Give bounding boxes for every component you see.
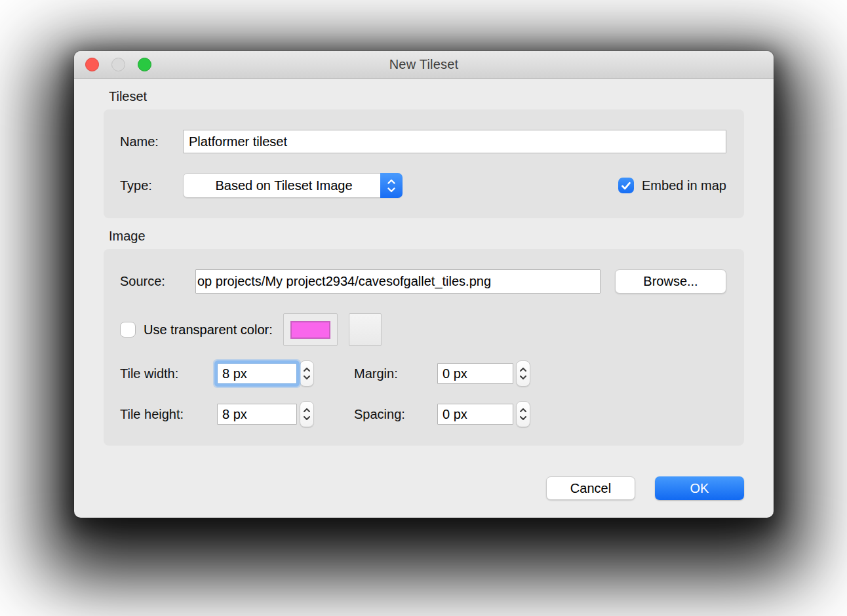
margin-label: Margin: <box>354 366 437 381</box>
margin-input[interactable] <box>437 363 513 384</box>
type-select[interactable]: Based on Tileset Image <box>183 173 403 198</box>
chevron-down-icon <box>519 375 527 380</box>
desktop-background: New Tileset Tileset Name: Type: Based on… <box>0 0 847 616</box>
titlebar[interactable]: New Tileset <box>74 51 774 79</box>
chevron-down-icon <box>303 415 311 421</box>
use-transparent-color-label: Use transparent color: <box>144 322 273 337</box>
spacing-stepper[interactable] <box>516 401 530 427</box>
margin-stepper[interactable] <box>516 360 530 387</box>
chevron-up-icon <box>303 408 311 413</box>
tile-height-row: Tile height: Spacing: <box>120 401 726 427</box>
source-row: Source: Browse... <box>120 269 726 294</box>
window-title: New Tileset <box>389 57 459 72</box>
close-button[interactable] <box>85 58 99 71</box>
chevron-up-icon <box>303 367 311 372</box>
minimize-button <box>111 58 125 71</box>
tile-height-label: Tile height: <box>120 407 217 422</box>
traffic-lights <box>85 51 151 78</box>
cancel-button[interactable]: Cancel <box>546 476 635 500</box>
type-label: Type: <box>120 178 183 193</box>
zoom-button[interactable] <box>138 58 151 71</box>
chevron-updown-icon <box>380 173 403 198</box>
type-select-value: Based on Tileset Image <box>184 174 380 197</box>
source-input[interactable] <box>195 269 601 294</box>
transparent-color-row: Use transparent color: <box>120 313 726 346</box>
image-group-label: Image <box>109 229 744 244</box>
ok-button[interactable]: OK <box>655 476 744 500</box>
name-input[interactable] <box>183 130 726 153</box>
spacing-input[interactable] <box>437 404 513 425</box>
embed-checkbox-box[interactable] <box>618 178 634 193</box>
use-transparent-color-checkbox[interactable] <box>120 322 136 337</box>
chevron-up-icon <box>519 367 527 372</box>
tile-width-row: Tile width: Margin: <box>120 360 726 387</box>
tileset-groupbox: Name: Type: Based on Tileset Image <box>104 109 744 218</box>
tile-height-input[interactable] <box>217 404 297 425</box>
chevron-down-icon <box>519 415 527 421</box>
tileset-group-label: Tileset <box>109 89 744 104</box>
tile-height-stepper[interactable] <box>300 401 314 427</box>
transparent-color-well[interactable] <box>283 313 338 346</box>
embed-checkbox-label: Embed in map <box>642 178 726 193</box>
chevron-up-icon <box>519 408 527 413</box>
dialog-body: Tileset Name: Type: Based on Tileset Ima… <box>74 89 774 500</box>
embed-in-map-checkbox[interactable]: Embed in map <box>618 178 726 193</box>
checkmark-icon <box>621 182 631 190</box>
source-label: Source: <box>120 274 195 289</box>
spacing-label: Spacing: <box>354 407 437 422</box>
image-groupbox: Source: Browse... Use transparent color: <box>104 249 744 446</box>
tile-width-stepper[interactable] <box>300 360 314 387</box>
color-picker-button[interactable] <box>349 313 382 346</box>
tile-width-label: Tile width: <box>120 366 217 381</box>
chevron-down-icon <box>303 375 311 380</box>
type-row: Type: Based on Tileset Image Embed in ma… <box>120 173 726 198</box>
browse-button[interactable]: Browse... <box>615 269 726 294</box>
name-label: Name: <box>120 134 183 149</box>
tile-width-input[interactable] <box>217 363 297 384</box>
name-row: Name: <box>120 130 726 153</box>
color-swatch <box>290 321 330 339</box>
dialog-actions: Cancel OK <box>104 476 744 500</box>
new-tileset-dialog: New Tileset Tileset Name: Type: Based on… <box>74 51 774 518</box>
